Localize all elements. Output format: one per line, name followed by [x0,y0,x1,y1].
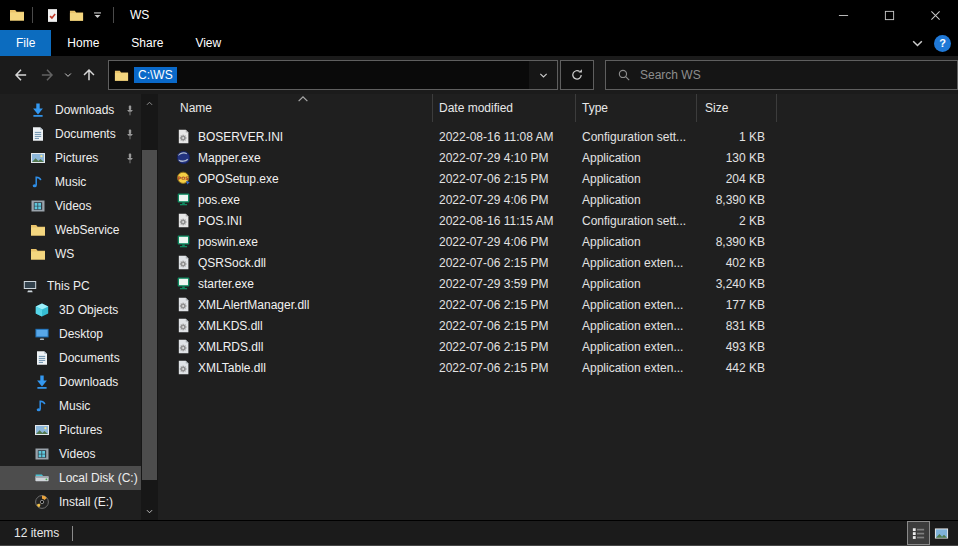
search-placeholder: Search WS [640,68,701,82]
file-row[interactable]: XMLRDS.dll2022-07-06 2:15 PMApplication … [158,336,958,357]
qat-properties-button[interactable] [40,3,64,27]
divider [113,7,114,23]
address-dropdown-button[interactable] [529,61,557,89]
file-name-cell[interactable]: Mapper.exe [158,150,433,165]
file-name: OPOSetup.exe [198,172,279,186]
file-name: QSRSock.dll [198,256,266,270]
file-date: 2022-07-06 2:15 PM [433,172,576,186]
address-path[interactable]: C:\WS [134,67,177,83]
file-size: 442 KB [697,361,777,375]
sidebar-item-documents[interactable]: Documents [0,346,141,370]
sidebar-item-local-disk-c[interactable]: Local Disk (C:) [0,466,141,490]
scroll-up-button[interactable] [141,96,158,110]
sidebar-item-music[interactable]: Music [0,170,141,194]
help-button[interactable]: ? [934,35,951,52]
refresh-button[interactable] [560,60,594,90]
file-row[interactable]: QSRSock.dll2022-07-06 2:15 PMApplication… [158,252,958,273]
folder-icon [114,68,129,83]
file-row[interactable]: poswin.exe2022-07-29 4:06 PMApplication8… [158,231,958,252]
sidebar-item-documents[interactable]: Documents [0,122,141,146]
sidebar-item-videos[interactable]: Videos [0,194,141,218]
scrollbar-thumb[interactable] [142,150,157,480]
scroll-down-button[interactable] [141,504,158,518]
install-drive-icon [34,494,50,510]
sidebar-scrollbar[interactable] [141,94,158,520]
sidebar-item-3d-objects[interactable]: 3D Objects [0,298,141,322]
file-row[interactable]: POSOPOSetup.exe2022-07-06 2:15 PMApplica… [158,168,958,189]
file-row[interactable]: pos.exe2022-07-29 4:06 PMApplication8,39… [158,189,958,210]
file-date: 2022-08-16 11:15 AM [433,214,576,228]
column-header-size[interactable]: Size [697,94,777,122]
sidebar-item-music[interactable]: Music [0,394,141,418]
address-input[interactable]: C:\WS [109,61,529,89]
file-date: 2022-08-16 11:08 AM [433,130,576,144]
sidebar-item-install-e[interactable]: Install (E:) [0,490,141,514]
tab-view[interactable]: View [179,30,237,56]
sidebar-item-videos[interactable]: Videos [0,442,141,466]
file-size: 493 KB [697,340,777,354]
close-button[interactable] [912,0,958,30]
thumbnails-view-icon [934,526,949,541]
file-row[interactable]: XMLTable.dll2022-07-06 2:15 PMApplicatio… [158,357,958,378]
file-row[interactable]: Mapper.exe2022-07-29 4:10 PMApplication1… [158,147,958,168]
details-view-button[interactable] [907,521,930,545]
file-type: Configuration sett... [576,130,697,144]
file-name-cell[interactable]: starter.exe [158,276,433,291]
file-name: XMLKDS.dll [198,319,263,333]
sidebar-item-label: Local Disk (C:) [59,471,138,485]
sidebar-item-label: Music [55,175,86,189]
column-header-type[interactable]: Type [576,94,697,122]
minimize-button[interactable] [820,0,866,30]
sidebar-item-webservice[interactable]: WebService [0,218,141,242]
file-name-cell[interactable]: XMLKDS.dll [158,318,433,333]
file-size: 2 KB [697,214,777,228]
file-name-cell[interactable]: XMLAlertManager.dll [158,297,433,312]
sidebar-item-pictures[interactable]: Pictures [0,418,141,442]
window-title: WS [130,8,149,22]
search-input[interactable]: Search WS [605,60,958,90]
file-name-cell[interactable]: BOSERVER.INI [158,129,433,144]
forward-button[interactable] [34,60,60,90]
sidebar-item-label: Desktop [59,327,103,341]
file-type: Application exten... [576,256,697,270]
file-size: 130 KB [697,151,777,165]
file-name-cell[interactable]: poswin.exe [158,234,433,249]
back-button[interactable] [8,60,34,90]
dll-file-icon [176,255,191,270]
file-name-cell[interactable]: pos.exe [158,192,433,207]
file-name-cell[interactable]: POSOPOSetup.exe [158,171,433,186]
collapse-ribbon-button[interactable] [910,36,925,51]
file-name-cell[interactable]: QSRSock.dll [158,255,433,270]
file-type: Configuration sett... [576,214,697,228]
qat-new-folder-button[interactable] [64,3,88,27]
dll-file-icon [176,318,191,333]
tab-file[interactable]: File [0,30,51,56]
column-header-date-modified[interactable]: Date modified [433,94,576,122]
sidebar-item-this-pc[interactable]: This PC [0,274,141,298]
sidebar-item-ws[interactable]: WS [0,242,141,266]
tab-home[interactable]: Home [51,30,115,56]
file-type: Application [576,277,697,291]
up-button[interactable] [76,60,102,90]
tab-share[interactable]: Share [115,30,179,56]
file-row[interactable]: POS.INI2022-08-16 11:15 AMConfiguration … [158,210,958,231]
sidebar-item-downloads[interactable]: Downloads [0,98,141,122]
maximize-button[interactable] [866,0,912,30]
file-type: Application exten... [576,298,697,312]
file-row[interactable]: XMLAlertManager.dll2022-07-06 2:15 PMApp… [158,294,958,315]
file-name-cell[interactable]: XMLRDS.dll [158,339,433,354]
file-row[interactable]: XMLKDS.dll2022-07-06 2:15 PMApplication … [158,315,958,336]
sidebar-item-desktop[interactable]: Desktop [0,322,141,346]
videos-icon [30,198,46,214]
address-bar[interactable]: C:\WS [108,60,558,90]
file-name-cell[interactable]: XMLTable.dll [158,360,433,375]
file-name-cell[interactable]: POS.INI [158,213,433,228]
sidebar-item-pictures[interactable]: Pictures [0,146,141,170]
qat-customize-button[interactable] [90,3,104,27]
thumbnails-view-button[interactable] [930,521,953,545]
sidebar-item-downloads[interactable]: Downloads [0,370,141,394]
app-monitor-icon [176,192,191,207]
recent-locations-button[interactable] [60,60,76,90]
file-row[interactable]: starter.exe2022-07-29 3:59 PMApplication… [158,273,958,294]
file-row[interactable]: BOSERVER.INI2022-08-16 11:08 AMConfigura… [158,126,958,147]
